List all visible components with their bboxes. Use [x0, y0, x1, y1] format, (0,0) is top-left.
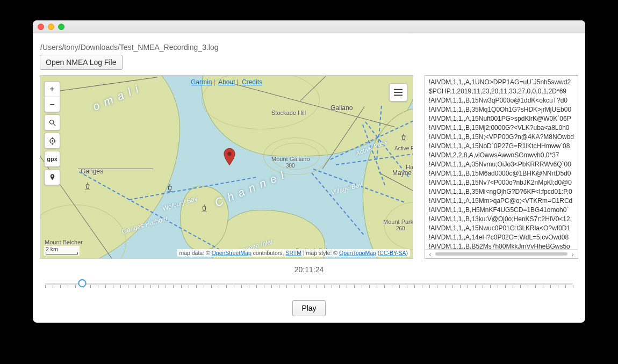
svg-point-0: [227, 152, 231, 156]
pin-button[interactable]: [45, 170, 60, 185]
about-link[interactable]: About: [218, 78, 235, 86]
svg-rect-9: [394, 89, 403, 90]
tower-icon: [202, 205, 207, 212]
timestamp: 20:11:24: [40, 265, 578, 274]
map-controls: + − gpx: [44, 81, 60, 185]
map-label: Mount Belcher: [45, 239, 83, 245]
nmea-log-panel: !AIVDM,1,1,,A,1UNO>DPP1AG=uU`J5nh5swwd2$…: [425, 75, 578, 259]
map-label: Mount Galiano: [271, 156, 310, 162]
window-close-button[interactable]: [38, 24, 44, 30]
srtm-link[interactable]: SRTM: [285, 250, 301, 256]
map-label: Hall: [406, 164, 413, 170]
map[interactable]: C h a n n e l o m a l i Galiano Stockade…: [40, 75, 413, 259]
nmea-log-text[interactable]: !AIVDM,1,1,,A,1UNO>DPP1AG=uU`J5nh5swwd2$…: [425, 76, 578, 249]
svg-rect-11: [394, 94, 403, 96]
map-label: Active Pass Lighthouse: [394, 145, 413, 151]
license-link[interactable]: CC-BY-SA: [379, 250, 406, 256]
gpx-button[interactable]: gpx: [45, 151, 60, 166]
open-log-file-button[interactable]: Open NMEA Log File: [40, 55, 123, 70]
map-label: Galiano: [330, 105, 353, 111]
tower-icon: [167, 184, 173, 192]
file-path: /Users/tony/Downloads/Test_NMEA_Recordin…: [40, 43, 578, 52]
time-slider[interactable]: [45, 279, 573, 288]
map-label: Ganges: [81, 168, 103, 174]
play-button[interactable]: Play: [292, 300, 325, 316]
tower-icon: [85, 183, 90, 190]
titlebar: [33, 20, 585, 33]
map-scalebar: 2 km: [44, 246, 80, 256]
map-label: 300: [286, 163, 295, 169]
locate-button[interactable]: [45, 133, 60, 148]
osm-link[interactable]: OpenStreetMap: [212, 250, 251, 256]
zoom-out-button[interactable]: −: [45, 97, 60, 112]
window-zoom-button[interactable]: [58, 24, 64, 30]
credits-link[interactable]: Credits: [242, 78, 262, 86]
map-marker-icon: [224, 148, 235, 166]
horizontal-scrollbar[interactable]: ‹ ›: [425, 249, 578, 258]
search-button[interactable]: [45, 115, 60, 130]
app-window: /Users/tony/Downloads/Test_NMEA_Recordin…: [33, 20, 585, 323]
otm-link[interactable]: OpenTopoMap: [339, 250, 376, 256]
map-menu-button[interactable]: [389, 83, 407, 101]
map-label: Stockade Hill: [271, 110, 306, 116]
garmin-link[interactable]: Garmin: [191, 78, 212, 86]
svg-point-4: [52, 140, 53, 142]
svg-line-2: [53, 123, 55, 126]
svg-rect-10: [394, 92, 403, 93]
scroll-right-icon[interactable]: ›: [569, 250, 576, 258]
map-label: 260: [396, 226, 405, 231]
map-attribution: map data: © OpenStreetMap contributors, …: [177, 249, 410, 257]
window-minimize-button[interactable]: [48, 24, 54, 30]
svg-point-1: [49, 120, 54, 124]
map-label: Mayne: [392, 170, 412, 176]
tower-icon: [401, 134, 406, 141]
scroll-left-icon[interactable]: ‹: [427, 250, 434, 258]
map-top-links: Garmin| About| Credits: [40, 78, 413, 86]
map-label: Mount Parke: [383, 219, 413, 225]
slider-thumb[interactable]: [78, 279, 86, 287]
